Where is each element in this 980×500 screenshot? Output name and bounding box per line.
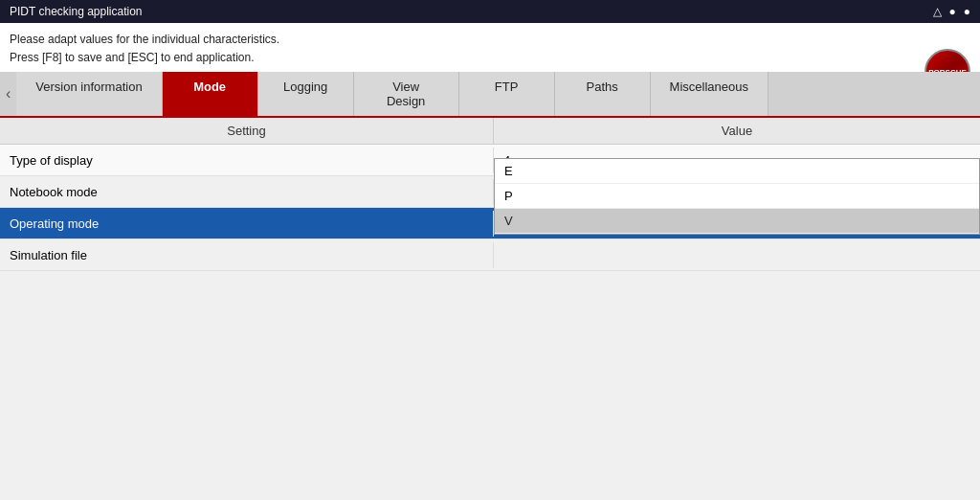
tab-logging[interactable]: Logging [258,72,354,116]
table-row[interactable]: Simulation file [0,239,980,271]
header-line1: Please adapt values for the individual c… [10,31,970,49]
titlebar-icons: △ ● ● [933,5,971,18]
cell-setting-operating-mode: Operating mode [0,211,494,237]
cell-setting-type-of-display: Type of display [0,148,494,173]
header: Please adapt values for the individual c… [0,23,980,72]
cell-setting-notebook-mode: Notebook mode [0,179,494,205]
column-setting-header: Setting [0,118,494,144]
dropdown-option-p[interactable]: P [495,184,979,209]
dropdown-option-v[interactable]: V [495,209,979,234]
tab-miscellaneous[interactable]: Miscellaneous [651,72,768,116]
wifi-icon: △ [933,5,942,18]
titlebar: PIDT checking application △ ● ● [0,0,980,23]
close-icon: ● [964,5,970,18]
circle-icon: ● [949,5,956,18]
header-line2: Press [F8] to save and [ESC] to end appl… [10,49,970,67]
app-title: PIDT checking application [10,5,143,18]
tab-view-design[interactable]: ViewDesign [354,72,459,116]
tab-ftp[interactable]: FTP [459,72,555,116]
dropdown-option-e[interactable]: E [495,159,979,184]
column-value-header: Value [494,118,980,144]
dropdown-list-operating-mode: E P V [494,158,980,235]
tab-mode[interactable]: Mode [163,72,258,116]
tabs-bar: ‹ Version information Mode Logging ViewD… [0,72,980,118]
tab-version-information[interactable]: Version information [16,72,162,116]
table-header: Setting Value [0,118,980,145]
tab-paths[interactable]: Paths [555,72,651,116]
cell-value-simulation-file [494,249,980,261]
tab-scroll-left[interactable]: ‹ [0,72,16,116]
cell-setting-simulation-file: Simulation file [0,242,494,268]
